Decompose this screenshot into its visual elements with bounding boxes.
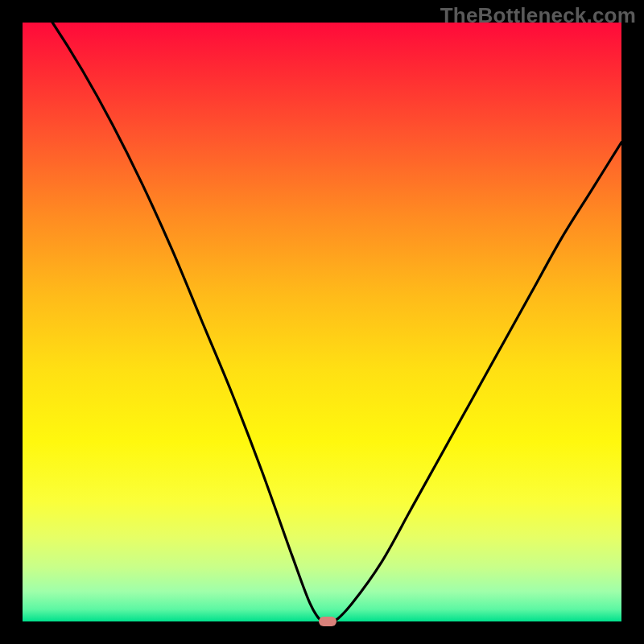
curve-path xyxy=(23,23,621,621)
watermark-text: TheBottleneck.com xyxy=(440,3,636,28)
chart-frame: TheBottleneck.com xyxy=(0,0,644,644)
plot-area xyxy=(23,23,621,621)
optimum-marker xyxy=(319,617,336,626)
bottleneck-curve xyxy=(23,23,621,621)
